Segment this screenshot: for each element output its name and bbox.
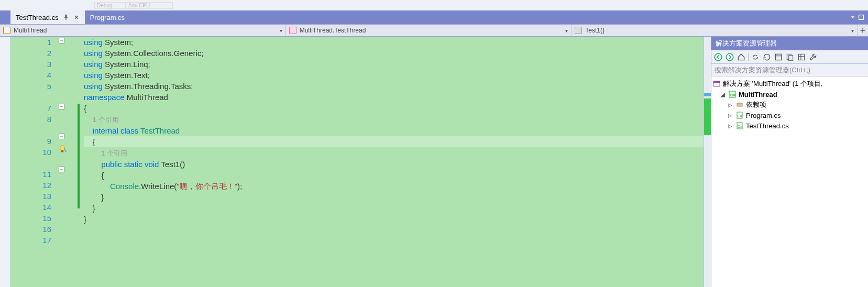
tree-row-dependencies[interactable]: ▷ 依赖项	[712, 100, 867, 110]
class-icon	[289, 27, 296, 34]
tree-label: 依赖项	[746, 100, 766, 109]
forward-icon[interactable]	[725, 52, 734, 62]
fold-column: − − − −	[57, 37, 78, 287]
project-name: MultiThread	[14, 27, 47, 34]
change-bar	[78, 37, 81, 287]
fold-toggle[interactable]: −	[59, 167, 64, 172]
tree-label: 解决方案 'MultiThread' (1 个项目,	[723, 79, 823, 89]
tab-label: TestThread.cs	[16, 14, 59, 21]
svg-point-3	[715, 53, 722, 61]
svg-rect-2	[61, 150, 64, 152]
home-icon[interactable]	[737, 52, 746, 62]
svg-text:C#: C#	[738, 114, 742, 118]
properties-icon[interactable]	[797, 52, 806, 62]
copy-icon[interactable]	[785, 52, 795, 62]
tree-row-file[interactable]: ▷ C# TestThread.cs	[712, 120, 867, 131]
method-icon	[575, 27, 582, 34]
code-editor[interactable]: 12345 78 910 11121314151617 − − − − usin…	[10, 37, 711, 287]
tab-testthread[interactable]: TestThread.cs	[10, 10, 85, 24]
panel-title: 解决方案资源管理器	[711, 37, 868, 50]
search-placeholder: 搜索解决方案资源管理器(Ctrl+;)	[715, 65, 810, 75]
svg-text:C#: C#	[738, 125, 742, 128]
csharp-file-icon: C#	[735, 111, 744, 119]
lightbulb-icon[interactable]	[58, 145, 67, 154]
close-icon[interactable]	[73, 14, 80, 20]
expand-toggle[interactable]: ▷	[727, 123, 733, 129]
chevron-down-icon: ▾	[851, 28, 854, 34]
code-text[interactable]: using System;using System.Collections.Ge…	[81, 37, 711, 287]
line-number-gutter: 12345 78 910 11121314151617	[10, 37, 57, 287]
svg-rect-10	[713, 81, 720, 83]
expand-toggle[interactable]: ▷	[727, 113, 733, 118]
tree-row-project[interactable]: ◢ C# MultiThread	[712, 89, 867, 100]
project-selector[interactable]: MultiThread ▾	[0, 25, 286, 36]
member-selector[interactable]: Test1() ▾	[572, 25, 858, 36]
namespace-name: MultiThread.TestThread	[300, 27, 366, 34]
namespace-selector[interactable]: MultiThread.TestThread ▾	[286, 25, 572, 36]
dependency-icon	[735, 101, 744, 109]
csharp-file-icon: C#	[735, 122, 744, 130]
wrench-icon[interactable]	[808, 52, 818, 62]
svg-point-4	[726, 53, 733, 61]
back-icon[interactable]	[713, 52, 723, 62]
refresh-icon[interactable]	[762, 52, 772, 62]
pin-icon[interactable]	[63, 14, 69, 20]
left-toolbox-gutter[interactable]	[0, 37, 10, 287]
expand-toggle[interactable]: ▷	[727, 102, 733, 108]
scroll-marker-bar[interactable]	[704, 37, 711, 287]
panel-search[interactable]: 搜索解决方案资源管理器(Ctrl+;)	[711, 64, 868, 76]
csproj-icon: C#	[728, 90, 737, 98]
tab-label: Program.cs	[90, 14, 125, 21]
chevron-down-icon: ▾	[565, 28, 568, 34]
svg-rect-13	[737, 103, 742, 106]
fold-toggle[interactable]: −	[59, 104, 64, 109]
sync-icon[interactable]	[751, 52, 760, 62]
tree-row-solution[interactable]: 解决方案 'MultiThread' (1 个项目,	[712, 79, 867, 89]
svg-text:C#: C#	[730, 93, 736, 97]
chevron-down-icon: ▾	[280, 28, 282, 34]
solution-tree[interactable]: 解决方案 'MultiThread' (1 个项目, ◢ C# MultiThr…	[711, 76, 868, 287]
chevron-down-icon[interactable]	[849, 14, 856, 21]
svg-rect-8	[798, 54, 804, 60]
member-name: Test1()	[585, 27, 605, 34]
tree-row-file[interactable]: ▷ C# Program.cs	[712, 110, 867, 120]
solution-explorer-panel: 解决方案资源管理器 搜索解决方案资源管理器(Ctrl+;) 解决方案 'Mult…	[711, 37, 868, 287]
panel-toolbar	[711, 50, 868, 64]
tree-label: MultiThread	[739, 91, 777, 98]
navigation-bar: MultiThread ▾ MultiThread.TestThread ▾ T…	[0, 24, 868, 37]
svg-rect-0	[859, 15, 864, 20]
project-icon	[3, 27, 10, 34]
top-toolbar: Debug Any CPU	[0, 0, 868, 10]
maximize-icon[interactable]	[858, 14, 865, 21]
fold-toggle[interactable]: −	[59, 38, 64, 43]
fold-toggle[interactable]: −	[59, 134, 64, 139]
solution-icon	[712, 80, 721, 88]
expand-toggle[interactable]: ◢	[720, 92, 726, 97]
svg-point-1	[60, 146, 65, 150]
tab-program[interactable]: Program.cs	[85, 10, 130, 24]
svg-rect-7	[789, 55, 793, 60]
tree-label: TestThread.cs	[746, 122, 789, 130]
tree-label: Program.cs	[746, 112, 781, 119]
showall-icon[interactable]	[774, 52, 783, 62]
document-tabs: TestThread.cs Program.cs	[0, 10, 868, 24]
svg-rect-5	[775, 54, 781, 60]
split-button[interactable]	[858, 25, 868, 36]
